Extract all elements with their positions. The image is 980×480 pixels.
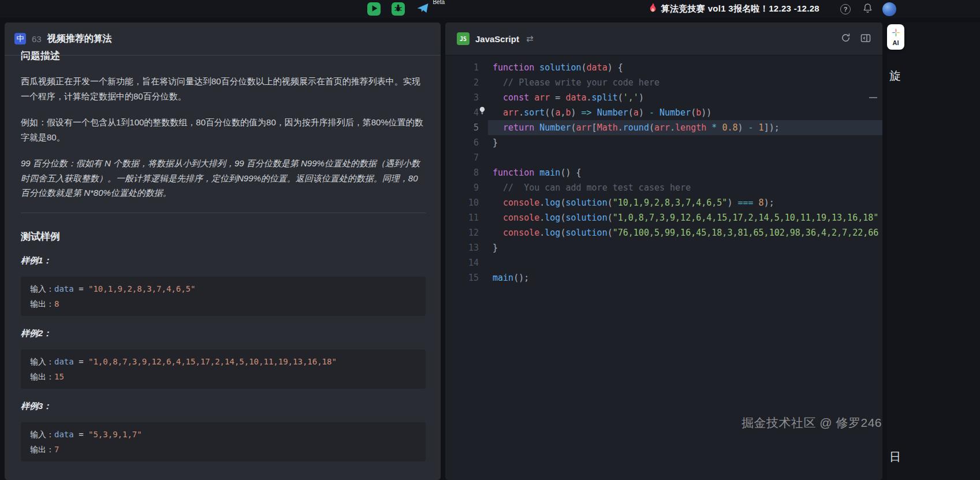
editor-panel: JS JavaScript ⇄ 1function solution(data)… xyxy=(445,23,882,480)
sample-2-label: 样例2： xyxy=(21,328,426,339)
line-number: 8 xyxy=(445,165,488,180)
sample-var: data xyxy=(54,357,74,366)
switch-language-icon[interactable]: ⇄ xyxy=(526,34,534,44)
reset-code-button[interactable] xyxy=(841,33,851,44)
code-line[interactable]: 13} xyxy=(445,240,882,255)
bell-icon xyxy=(863,3,873,16)
description-paragraph: 西瓜视频正在开发一个新功能，旨在将访问量达到80百分位数以上的视频展示在首页的推… xyxy=(21,74,426,103)
code-line[interactable]: 1function solution(data) { xyxy=(445,60,882,75)
sample-output: 7 xyxy=(54,445,59,454)
line-number: 9 xyxy=(445,180,488,195)
sparkle-icon xyxy=(892,28,900,39)
sample-2-block: 输入：data = "1,0,8,7,3,9,12,6,4,15,17,2,14… xyxy=(21,349,426,389)
code-line[interactable]: 6} xyxy=(445,135,882,150)
topbar-right: 算法竞技赛 vol1 3报名啦！12.23 -12.28 ? xyxy=(649,0,896,18)
sample-input-row: 输入：data = "10,1,9,2,8,3,7,4,6,5" xyxy=(30,281,416,296)
sample-var: data xyxy=(54,430,74,439)
notifications-button[interactable] xyxy=(863,3,873,16)
layout-icon xyxy=(860,34,871,44)
language-label: JavaScript xyxy=(475,34,519,44)
line-number: 6 xyxy=(445,135,488,150)
problem-description-scroll[interactable]: 问题描述 西瓜视频正在开发一个新功能，旨在将访问量达到80百分位数以上的视频展示… xyxy=(5,49,441,480)
run-button[interactable] xyxy=(367,2,381,16)
input-label: 输入： xyxy=(30,357,54,366)
sample-input-row: 输入：data = "1,0,8,7,3,9,12,6,4,15,17,2,14… xyxy=(30,354,416,369)
sample-var: data xyxy=(54,284,74,293)
sample-output: 15 xyxy=(54,372,64,381)
debug-button[interactable] xyxy=(392,2,405,16)
scrollbar-marker[interactable] xyxy=(869,97,877,98)
main-content: 中 63 视频推荐的算法 问题描述 西瓜视频正在开发一个新功能，旨在将访问量达到… xyxy=(0,18,980,480)
code-line[interactable]: 5 return Number(arr[Math.round(arr.lengt… xyxy=(445,120,882,135)
sample-output-row: 输出：8 xyxy=(30,296,416,311)
contest-banner-text: 算法竞技赛 vol1 3报名啦！12.23 -12.28 xyxy=(661,3,819,14)
lightbulb-icon[interactable] xyxy=(478,106,486,117)
sample-value: "1,0,8,7,3,9,12,6,4,15,17,2,14,5,10,11,1… xyxy=(88,357,337,366)
line-number: 5 xyxy=(445,120,488,135)
line-number: 7 xyxy=(445,150,488,165)
avatar[interactable] xyxy=(882,2,896,16)
line-number: 3 xyxy=(445,90,488,105)
contest-banner[interactable]: 算法竞技赛 vol1 3报名啦！12.23 -12.28 xyxy=(649,3,819,16)
code-line[interactable]: 14 xyxy=(445,255,882,270)
sample-1-block: 输入：data = "10,1,9,2,8,3,7,4,6,5" 输出：8 xyxy=(21,277,426,316)
section-divider xyxy=(21,213,426,213)
code-line[interactable]: 12 console.log(solution("76,100,5,99,16,… xyxy=(445,225,882,240)
question-icon: ? xyxy=(844,6,848,13)
description-paragraph: 例如：假设有一个包含从1到100的整数数组，80百分位数的值为80，因为按升序排… xyxy=(21,115,426,144)
sample-eq: = xyxy=(74,430,88,439)
play-icon xyxy=(367,2,381,17)
sample-value: "5,3,9,1,7" xyxy=(88,430,142,439)
code-lines: 1function solution(data) {2 // Please wr… xyxy=(445,55,882,285)
description-paragraph: 99 百分位数：假如有 N 个数据，将数据从小到大排列，99 百分位数是第 N9… xyxy=(21,156,426,200)
toolbar-item-middle[interactable]: 旋 xyxy=(889,68,901,84)
sample-eq: = xyxy=(74,357,88,366)
sample-eq: = xyxy=(74,284,88,293)
refresh-icon xyxy=(841,33,851,44)
problem-panel: 中 63 视频推荐的算法 问题描述 西瓜视频正在开发一个新功能，旨在将访问量达到… xyxy=(5,23,441,480)
code-editor[interactable]: 1function solution(data) {2 // Please wr… xyxy=(445,55,882,480)
code-line[interactable]: 11 console.log(solution("1,0,8,7,3,9,12,… xyxy=(445,210,882,225)
line-number: 14 xyxy=(445,255,488,270)
flame-icon xyxy=(649,3,657,16)
ai-assistant-button[interactable]: AI xyxy=(887,24,904,50)
page: Beta 算法竞技赛 vol1 3报名啦！12.23 -12.28 ? xyxy=(0,0,980,480)
sample-input-row: 输入：data = "5,3,9,1,7" xyxy=(30,427,416,442)
output-label: 输出： xyxy=(30,445,54,454)
code-line[interactable]: 3 const arr = data.split(',') xyxy=(445,90,882,105)
sample-1-label: 样例1： xyxy=(21,255,426,266)
sample-output-row: 输出：15 xyxy=(30,369,416,384)
bug-icon xyxy=(394,4,402,14)
sample-3-block: 输入：data = "5,3,9,1,7" 输出：7 xyxy=(21,422,426,462)
input-label: 输入： xyxy=(30,284,54,293)
toggle-layout-button[interactable] xyxy=(860,34,871,44)
help-button[interactable]: ? xyxy=(840,4,851,14)
line-number: 11 xyxy=(445,210,488,225)
line-number: 1 xyxy=(445,60,488,75)
toolbar-item-bottom[interactable]: 日 xyxy=(889,449,901,465)
sample-output: 8 xyxy=(54,299,59,308)
sample-value: "10,1,9,2,8,3,7,4,6,5" xyxy=(88,284,195,293)
header-divider xyxy=(5,55,441,55)
beta-badge: Beta xyxy=(433,0,445,5)
code-line[interactable]: 8function main() { xyxy=(445,165,882,180)
samples-heading: 测试样例 xyxy=(21,230,426,243)
paper-plane-icon xyxy=(416,2,429,16)
line-number: 12 xyxy=(445,225,488,240)
code-line[interactable]: 2 // Please write your code here xyxy=(445,75,882,90)
line-number: 10 xyxy=(445,195,488,210)
sample-output-row: 输出：7 xyxy=(30,442,416,457)
share-button[interactable]: Beta xyxy=(416,2,429,16)
difficulty-badge: 中 xyxy=(14,33,26,44)
line-number: 15 xyxy=(445,270,488,285)
sample-3-label: 样例3： xyxy=(21,400,426,412)
code-line[interactable]: 10 console.log(solution("10,1,9,2,8,3,7,… xyxy=(445,195,882,210)
code-line[interactable]: 9 // You can add more test cases here xyxy=(445,180,882,195)
code-line[interactable]: 15main(); xyxy=(445,270,882,285)
output-label: 输出： xyxy=(30,372,54,381)
topbar: Beta 算法竞技赛 vol1 3报名啦！12.23 -12.28 ? xyxy=(0,0,980,18)
description-heading: 问题描述 xyxy=(21,49,426,62)
code-line[interactable]: 7 xyxy=(445,150,882,165)
code-line[interactable]: 4 arr.sort((a,b) => Number(a) - Number(b… xyxy=(445,105,882,120)
ai-label: AI xyxy=(893,40,899,46)
